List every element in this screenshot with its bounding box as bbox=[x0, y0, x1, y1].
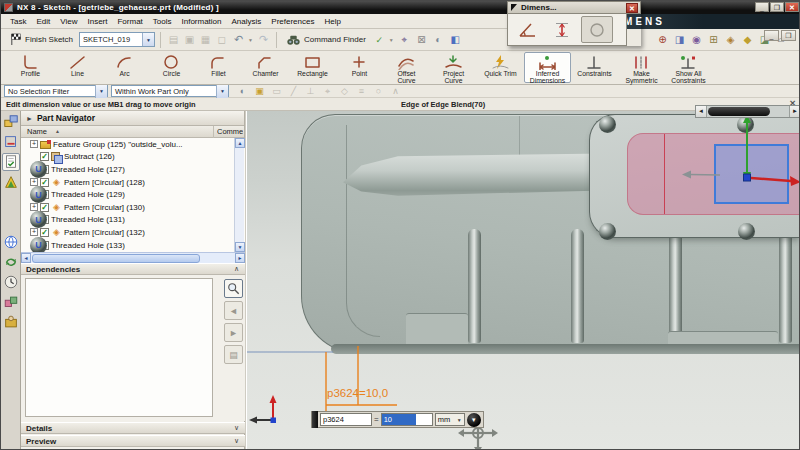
hole-feature-icon[interactable]: ◉ bbox=[689, 32, 704, 47]
list-selection-icon[interactable]: ≡ bbox=[355, 85, 368, 97]
dimensions-dialog-titlebar[interactable]: Dimens... ✕ bbox=[507, 1, 641, 14]
perimeter-dimension-button[interactable] bbox=[581, 16, 613, 43]
expand-icon[interactable]: + bbox=[30, 178, 38, 186]
column-comment[interactable]: Comment bbox=[217, 127, 243, 136]
extrude-icon[interactable]: ◨ bbox=[672, 32, 687, 47]
menu-tools[interactable]: Tools bbox=[148, 16, 177, 27]
chamfer-button[interactable]: Chamfer bbox=[242, 52, 289, 83]
work-layer-icon[interactable]: ▣ bbox=[253, 85, 266, 97]
close-button[interactable]: ✕ bbox=[785, 2, 799, 12]
tree-row[interactable]: ✓UThreaded Hole (129) bbox=[21, 188, 245, 201]
tree-row[interactable]: +Feature Group (125) "outside_volu... bbox=[21, 138, 245, 151]
dimensions-dialog-close-icon[interactable]: ✕ bbox=[626, 3, 638, 13]
expression-name-field[interactable]: p3624 bbox=[320, 413, 372, 426]
make-symmetric-button[interactable]: Make Symmetric bbox=[618, 52, 665, 83]
expand-icon[interactable]: + bbox=[30, 140, 38, 148]
child-restore-button[interactable]: ❐ bbox=[781, 30, 796, 41]
selection-scope-combo[interactable]: Within Work Part Only ▼ bbox=[111, 85, 229, 97]
tree-row[interactable]: +✓◈Pattern [Circular] (130) bbox=[21, 201, 245, 214]
tree-vertical-scrollbar[interactable]: ▲ ▼ bbox=[234, 138, 244, 252]
system-scenes-tab[interactable] bbox=[2, 293, 20, 311]
dependencies-forward-button[interactable]: ► bbox=[224, 323, 243, 342]
feature-checkbox[interactable]: ✓ bbox=[40, 228, 49, 237]
constraints-button[interactable]: Constraints bbox=[571, 52, 618, 83]
show-all-constraints-button[interactable]: Show All Constraints bbox=[665, 52, 712, 83]
snap-point-icon[interactable]: ⌖ bbox=[397, 32, 412, 47]
scrollbar-track[interactable] bbox=[707, 106, 789, 117]
tree-row[interactable]: ✓UThreaded Hole (127) bbox=[21, 163, 245, 176]
expand-icon[interactable]: + bbox=[30, 203, 38, 211]
column-name[interactable]: Name bbox=[27, 127, 47, 136]
layer-visibility-tab[interactable] bbox=[2, 173, 20, 191]
redo-icon[interactable]: ↷ bbox=[256, 32, 271, 47]
part-navigator-header[interactable]: ► Part Navigator bbox=[21, 111, 244, 126]
tree-row[interactable]: +✓◈Pattern [Circular] (128) bbox=[21, 176, 245, 189]
arc-button[interactable]: Arc bbox=[101, 52, 148, 83]
constraint-navigator-tab[interactable] bbox=[2, 133, 20, 151]
datum-csys-icon[interactable]: ⊕ bbox=[655, 32, 670, 47]
measure-icon[interactable]: ◆ bbox=[740, 32, 755, 47]
expand-icon[interactable]: + bbox=[30, 228, 38, 236]
expand-icon[interactable]: ∨ bbox=[234, 437, 239, 445]
tree-row[interactable]: ✓UThreaded Hole (131) bbox=[21, 214, 245, 227]
midpoint-icon[interactable]: ◇ bbox=[338, 85, 351, 97]
bolt-hole[interactable] bbox=[737, 116, 754, 133]
dependencies-header[interactable]: Dependencies ∧ bbox=[21, 263, 245, 275]
scrollbar-thumb[interactable] bbox=[708, 107, 770, 116]
dependencies-list-button[interactable]: ▤ bbox=[224, 345, 243, 364]
dependencies-canvas[interactable] bbox=[25, 278, 213, 417]
model-rib[interactable] bbox=[669, 229, 682, 343]
details-header[interactable]: Details ∨ bbox=[21, 422, 245, 434]
edge-blend-icon[interactable]: ◈ bbox=[723, 32, 738, 47]
repeat-command-icon[interactable]: ◻ bbox=[214, 32, 229, 47]
model-rib[interactable] bbox=[779, 229, 792, 343]
menu-preferences[interactable]: Preferences bbox=[266, 16, 319, 27]
tree-row[interactable]: +✓◈Pattern [Circular] (132) bbox=[21, 226, 245, 239]
unite-icon[interactable]: ⊞ bbox=[706, 32, 721, 47]
select-line-icon[interactable]: ╱ bbox=[287, 85, 300, 97]
rotate-view-icon[interactable]: ◐ bbox=[431, 32, 446, 47]
menu-edit[interactable]: Edit bbox=[31, 16, 55, 27]
finish-sketch-button[interactable]: Finish Sketch bbox=[5, 31, 77, 48]
profile-button[interactable]: Profile bbox=[7, 52, 54, 83]
quick-trim-button[interactable]: Quick Trim bbox=[477, 52, 524, 83]
circle-center-icon[interactable]: ○ bbox=[372, 85, 385, 97]
linear-dimension-button[interactable] bbox=[546, 16, 578, 43]
shaded-view-icon[interactable]: ◧ bbox=[448, 32, 463, 47]
perpendicular-icon[interactable]: ⊥ bbox=[304, 85, 317, 97]
part-history-icon[interactable]: ✓ bbox=[372, 32, 387, 47]
paste-icon[interactable]: ▦ bbox=[198, 32, 213, 47]
selection-filter-combo[interactable]: No Selection Filter ▼ bbox=[4, 85, 108, 97]
undo-options-icon[interactable]: ▼ bbox=[248, 37, 254, 43]
part-navigator-tab[interactable] bbox=[2, 153, 20, 171]
bolt-hole[interactable] bbox=[599, 116, 616, 133]
unit-combo[interactable]: mm ▼ bbox=[435, 413, 465, 426]
project-curve-button[interactable]: Project Curve bbox=[430, 52, 477, 83]
sort-ascending-icon[interactable]: ▲ bbox=[55, 128, 60, 134]
cut-icon[interactable]: ▤ bbox=[166, 32, 181, 47]
scroll-right-icon[interactable]: ► bbox=[235, 253, 245, 263]
roles-tab[interactable] bbox=[2, 313, 20, 331]
scroll-left-icon[interactable]: ◄ bbox=[696, 106, 707, 117]
target-point-icon[interactable]: ⌖ bbox=[321, 85, 334, 97]
chevron-down-icon[interactable]: ▼ bbox=[389, 37, 395, 43]
selection-rectangle[interactable] bbox=[714, 144, 789, 204]
dependencies-search-button[interactable] bbox=[224, 279, 243, 298]
feature-checkbox[interactable]: ✓ bbox=[40, 178, 49, 187]
chevron-down-icon[interactable]: ▼ bbox=[95, 85, 107, 98]
menu-help[interactable]: Help bbox=[319, 16, 345, 27]
collapse-icon[interactable]: ∧ bbox=[234, 265, 239, 273]
chevron-down-icon[interactable]: ▼ bbox=[216, 85, 228, 98]
offset-curve-button[interactable]: Offset Curve bbox=[383, 52, 430, 83]
circle-button[interactable]: Circle bbox=[148, 52, 195, 83]
tree-horizontal-scrollbar[interactable]: ◄ ► bbox=[21, 252, 245, 263]
scroll-left-icon[interactable]: ◄ bbox=[21, 253, 31, 263]
menu-analysis[interactable]: Analysis bbox=[227, 16, 267, 27]
menu-information[interactable]: Information bbox=[177, 16, 227, 27]
sketch-name-combo[interactable]: SKETCH_019 ▼ bbox=[79, 32, 155, 47]
feature-checkbox[interactable]: ✓ bbox=[40, 203, 49, 212]
reuse-library-tab[interactable] bbox=[2, 253, 20, 271]
menu-view[interactable]: View bbox=[55, 16, 82, 27]
inferred-dimensions-button[interactable]: Inferred Dimensions bbox=[524, 52, 571, 83]
graphics-viewport[interactable]: p3624=10,0 p3624 = 10 mm ▼ ▼ bbox=[247, 111, 800, 450]
